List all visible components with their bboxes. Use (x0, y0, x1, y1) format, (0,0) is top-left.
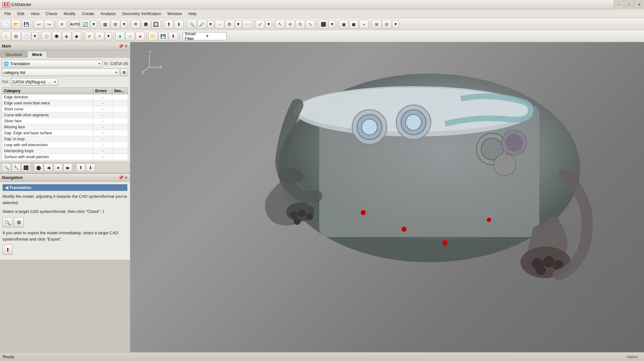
nav-prev-button[interactable]: ◀ (44, 164, 53, 172)
category-dropdown[interactable]: category list ▼ (2, 69, 119, 76)
nav-close-icon[interactable]: ✕ (124, 175, 128, 180)
dropdown3[interactable]: ▼ (207, 20, 214, 28)
viewport[interactable]: Y Z X (130, 42, 644, 352)
green-sphere-button[interactable]: ● (115, 32, 125, 41)
new-button[interactable]: 📄 (1, 20, 11, 29)
refresh-button[interactable]: 🔄 (80, 20, 90, 29)
dropdown6[interactable]: ▼ (329, 20, 336, 28)
close-button[interactable]: ✕ (634, 0, 644, 9)
table-row[interactable]: Surface with small patches- (2, 154, 128, 160)
cross-button[interactable]: ☓ (95, 32, 104, 41)
view2-button[interactable]: 🔳 (141, 20, 151, 29)
scale-button[interactable]: ⤡ (306, 20, 315, 29)
table-row[interactable]: Gap: Edge and base surface- (2, 130, 128, 136)
menu-check[interactable]: Check (42, 10, 60, 17)
nav-export-icon-button[interactable]: ⬆ (3, 245, 13, 255)
settings-button[interactable]: ⚙ (225, 20, 234, 29)
tab-structure[interactable]: Structure (1, 51, 27, 58)
nav-info-button[interactable]: ● (54, 164, 63, 172)
menu-modify[interactable]: Modify (60, 10, 79, 17)
table-row[interactable]: Loop with self-intersection- (2, 142, 128, 148)
grid-button[interactable]: ⊞ (11, 32, 21, 41)
menu-help[interactable]: Help (185, 10, 200, 17)
fix-button[interactable]: 🔧 (12, 164, 20, 172)
sphere3-button[interactable]: ● (136, 32, 145, 41)
table-row[interactable]: Edge used more than twice- (2, 100, 128, 106)
cube4-button[interactable]: ◆ (72, 32, 81, 41)
move-button[interactable]: ✛ (286, 20, 295, 29)
table-row[interactable]: Gap: In loop- (2, 136, 128, 142)
menu-analysis[interactable]: Analysis (97, 10, 119, 17)
zoom-fit-button[interactable]: ⤢ (255, 20, 265, 29)
cube3-button[interactable]: ◈ (62, 32, 71, 41)
translation-dropdown[interactable]: 🌐 Translation ▼ (2, 60, 103, 67)
dropdown5[interactable]: ▼ (265, 20, 272, 28)
import-button[interactable]: ⬇ (174, 20, 184, 29)
check-button[interactable]: 🔍 (187, 20, 197, 29)
table-row[interactable]: Short curve- (2, 106, 128, 112)
sel2-button[interactable]: ◼ (349, 20, 358, 29)
clock-button[interactable]: 🕐 (21, 32, 31, 41)
close-panel-icon[interactable]: ✕ (124, 44, 128, 49)
maximize-button[interactable]: □ (624, 0, 634, 9)
table-row[interactable]: Edge direction- (2, 94, 128, 100)
sphere2-button[interactable]: ○ (125, 32, 135, 41)
dropdown1[interactable]: ▼ (90, 20, 97, 28)
minimize-button[interactable]: ─ (614, 0, 624, 9)
nav-settings-icon-button[interactable]: ⚙ (14, 217, 24, 227)
menu-create[interactable]: Create (79, 10, 97, 17)
export2-button[interactable]: ⬆ (169, 32, 178, 41)
export-button[interactable]: ⬆ (164, 20, 174, 29)
select-button[interactable]: ↖ (275, 20, 285, 29)
menu-geometry-verification[interactable]: Geometry Verification (119, 10, 164, 17)
menu-file[interactable]: File (1, 10, 14, 17)
view-dir-button[interactable]: ⬛ (319, 20, 328, 29)
stop-button[interactable]: ⬛ (21, 164, 30, 172)
dropdown2[interactable]: ▼ (121, 20, 128, 28)
delete-button[interactable]: ✕ (57, 20, 67, 29)
table-row[interactable]: Missing face- (2, 124, 128, 130)
layers-button[interactable]: ▦ (101, 20, 110, 29)
zoom-button[interactable]: 🔎 (197, 20, 207, 29)
warn-button[interactable]: ⚠ (1, 32, 11, 41)
save2-button[interactable]: 💾 (158, 32, 168, 41)
dropdown8[interactable]: ▼ (31, 32, 38, 40)
table-row[interactable]: Intersecting loops- (2, 148, 128, 154)
table-row[interactable]: Curve with short segments- (2, 112, 128, 118)
auto-button[interactable]: AUTO (70, 20, 80, 29)
pin-icon[interactable]: 📌 (118, 44, 124, 49)
nav-first-button[interactable]: ⬤ (34, 164, 43, 172)
out-dropdown[interactable]: CATIA V5(Plug-in) ▼ (11, 78, 58, 86)
dropdown4[interactable]: ▼ (235, 20, 242, 28)
open-button[interactable]: 📂 (11, 20, 21, 29)
menu-edit[interactable]: Edit (14, 10, 27, 17)
cube-button[interactable]: ⬡ (42, 32, 51, 41)
view3-button[interactable]: 🔲 (151, 20, 161, 29)
nav-pin-icon[interactable]: 📌 (118, 175, 124, 180)
filter-apply-button[interactable]: ⊞ (372, 20, 381, 29)
undo-button[interactable]: ↩ (34, 20, 44, 29)
extra-button[interactable]: ⋯ (242, 20, 252, 29)
dropdown7[interactable]: ▼ (392, 20, 399, 28)
check-mark-button[interactable]: ✔ (85, 32, 94, 41)
cube2-button[interactable]: ⬢ (52, 32, 61, 41)
move-up-button[interactable]: ⬆ (76, 164, 85, 172)
menu-view[interactable]: View (27, 10, 42, 17)
arrow-button[interactable]: → (215, 20, 224, 29)
nav-check-icon-button[interactable]: 🔍 (3, 217, 13, 227)
layers2-button[interactable]: ⊞ (111, 20, 120, 29)
tab-work[interactable]: Work (27, 51, 47, 58)
redo-button[interactable]: ↪ (44, 20, 54, 29)
open2-button[interactable]: 📁 (148, 32, 158, 41)
table-row[interactable]: Sliver face- (2, 118, 128, 124)
nav-next-button[interactable]: ▶ (64, 164, 72, 172)
sel3-button[interactable]: ▪ (359, 20, 369, 29)
sel1-button[interactable]: ▣ (339, 20, 348, 29)
check-work-button[interactable]: 🔍 (2, 164, 11, 172)
gear-button[interactable]: ⚙ (120, 69, 128, 76)
menu-window[interactable]: Window (164, 10, 185, 17)
dropdown9[interactable]: ▼ (105, 32, 112, 40)
filter2-button[interactable]: ⊟ (382, 20, 391, 29)
smart-filter-dropdown[interactable]: Smart Filter ▼ (183, 32, 227, 40)
rotate-button[interactable]: ↻ (296, 20, 305, 29)
